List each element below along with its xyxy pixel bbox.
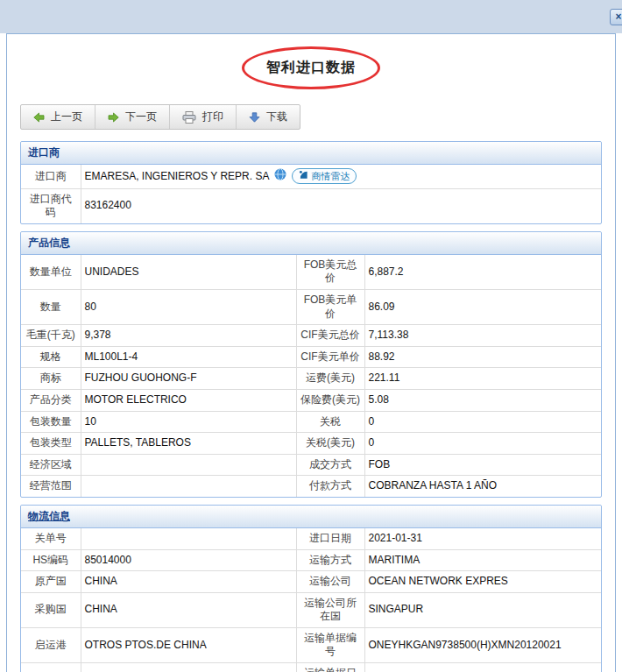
row-label: 运输方式 — [296, 549, 364, 571]
row-value: FOB — [364, 454, 601, 476]
row-value: 6,887.2 — [364, 255, 601, 290]
row-value: UNIDADES — [81, 255, 296, 290]
row-value: 86.09 — [364, 289, 601, 324]
section-product: 产品信息 数量单位UNIDADESFOB美元总价6,887.2数量80FOB美元… — [20, 231, 602, 498]
table-row: 包装数量10关税0 — [21, 411, 601, 433]
arrow-right-icon — [108, 112, 119, 123]
import-record-dialog: 智利进口数据 上一页 下一页 打印 — [6, 33, 616, 672]
table-row: HS编码85014000运输方式MARITIMA — [21, 549, 601, 571]
row-value: MOTOR ELECTRICO — [81, 389, 296, 411]
table-row: 关单号进口日期2021-01-31 — [21, 528, 601, 549]
row-label: 运输公司所在国 — [296, 592, 364, 627]
row-value: SAN ANTONIO — [81, 663, 296, 672]
table-row: 规格ML100L1-4CIF美元单价88.92 — [21, 346, 601, 368]
importer-section-header: 进口商 — [21, 142, 601, 165]
row-label: 采购国 — [21, 592, 81, 627]
next-page-label: 下一页 — [125, 110, 157, 124]
row-label: HS编码 — [21, 549, 81, 571]
row-label: 商标 — [21, 368, 81, 390]
radar-badge-label: 商情雷达 — [311, 170, 350, 182]
table-row: 包装类型PALLETS, TABLEROS关税(美元)0 — [21, 433, 601, 455]
row-label: 包装数量 — [21, 411, 81, 433]
radar-icon — [299, 170, 308, 182]
row-label: 包装类型 — [21, 433, 81, 455]
importer-table: 进口商 EMARESA, INGENIEROS Y REPR. SA — [21, 165, 601, 223]
row-value: OTROS PTOS.DE CHINA — [81, 627, 296, 662]
table-row: 商标FUZHOU GUOHONG-F运费(美元)221.11 — [21, 368, 601, 390]
row-label: 进口商代码 — [21, 188, 81, 223]
download-button[interactable]: 下载 — [237, 105, 300, 129]
table-row: 数量单位UNIDADESFOB美元总价6,887.2 — [21, 255, 601, 290]
download-label: 下载 — [266, 110, 287, 124]
table-row: 经济区域成交方式FOB — [21, 454, 601, 476]
page-title: 智利进口数据 — [266, 60, 356, 74]
toolbar: 上一页 下一页 打印 下载 — [20, 104, 300, 130]
table-row: 进口商 EMARESA, INGENIEROS Y REPR. SA — [21, 165, 601, 188]
row-value: 0 — [364, 411, 601, 433]
row-value: 80 — [81, 289, 296, 324]
arrow-down-icon — [249, 112, 260, 123]
row-value — [81, 454, 296, 476]
row-value — [81, 528, 296, 549]
row-label: 数量单位 — [21, 255, 81, 290]
prev-page-button[interactable]: 上一页 — [21, 105, 95, 129]
row-value: ML100L1-4 — [81, 346, 296, 368]
table-row: 采购国CHINA运输公司所在国SINGAPUR — [21, 592, 601, 627]
row-value: COBRANZA HASTA 1 AÑO — [364, 476, 601, 497]
section-logistics: 物流信息 关单号进口日期2021-01-31HS编码85014000运输方式MA… — [20, 505, 602, 672]
section-importer: 进口商 进口商 EMARESA, INGENIEROS Y REPR. SA — [20, 141, 602, 224]
row-value: MARITIMA — [364, 549, 601, 571]
table-row: 原产国CHINA运输公司OCEAN NETWORK EXPRES — [21, 571, 601, 593]
row-value: 2021-01-31 — [364, 528, 601, 549]
print-button[interactable]: 打印 — [170, 105, 237, 129]
row-value: SINGAPUR — [364, 592, 601, 627]
row-label: 运费(美元) — [296, 368, 364, 390]
row-label: 原产国 — [21, 571, 81, 593]
title-area: 智利进口数据 — [7, 46, 615, 89]
row-label: 关税 — [296, 411, 364, 433]
business-radar-badge[interactable]: 商情雷达 — [292, 168, 357, 184]
logistics-table: 关单号进口日期2021-01-31HS编码85014000运输方式MARITIM… — [21, 528, 601, 672]
row-label: 经营范围 — [21, 476, 81, 497]
row-value: 10 — [81, 411, 296, 433]
row-label: 关税(美元) — [296, 433, 364, 455]
row-label: FOB美元单价 — [296, 289, 364, 324]
row-value: PALLETS, TABLEROS — [81, 433, 296, 455]
page-background-strip: × — [0, 0, 622, 33]
row-label: 目的港 — [21, 663, 81, 672]
row-label: CIF美元单价 — [296, 346, 364, 368]
table-row: 产品分类MOTOR ELECTRICO保险费(美元)5.08 — [21, 389, 601, 411]
arrow-left-icon — [33, 112, 45, 123]
row-label: 成交方式 — [296, 454, 364, 476]
row-value — [81, 476, 296, 497]
row-value: 88.92 — [364, 346, 601, 368]
row-value: 13122020 — [364, 663, 601, 672]
row-label: FOB美元总价 — [296, 255, 364, 290]
row-value: 221.11 — [364, 368, 601, 390]
row-label: 数量 — [21, 289, 81, 324]
globe-icon[interactable] — [274, 168, 286, 185]
close-button[interactable]: × — [610, 9, 622, 25]
row-value: 7,113.38 — [364, 325, 601, 347]
table-row: 进口商代码 83162400 — [21, 188, 601, 223]
row-value: 85014000 — [81, 549, 296, 571]
row-label: 保险费(美元) — [296, 389, 364, 411]
row-value: ONEYHKGAN9738500(H)XMN20120021 — [364, 627, 601, 662]
prev-page-label: 上一页 — [51, 110, 82, 124]
row-value: OCEAN NETWORK EXPRES — [364, 571, 601, 593]
row-value: 0 — [364, 433, 601, 455]
row-label: 关单号 — [21, 528, 81, 549]
table-row: 经营范围付款方式COBRANZA HASTA 1 AÑO — [21, 476, 601, 497]
row-value: FUZHOU GUOHONG-F — [81, 368, 296, 390]
row-label: CIF美元总价 — [296, 325, 364, 347]
table-row: 数量80FOB美元单价86.09 — [21, 289, 601, 324]
table-row: 启运港OTROS PTOS.DE CHINA运输单据编号ONEYHKGAN973… — [21, 627, 601, 662]
next-page-button[interactable]: 下一页 — [95, 105, 170, 129]
row-label: 规格 — [21, 346, 81, 368]
row-label: 进口日期 — [296, 528, 364, 549]
row-label: 运输单据编号 — [296, 627, 364, 662]
row-value: 5.08 — [364, 389, 601, 411]
row-value: 9,378 — [81, 325, 296, 347]
print-label: 打印 — [202, 110, 223, 124]
product-section-header: 产品信息 — [21, 232, 601, 255]
